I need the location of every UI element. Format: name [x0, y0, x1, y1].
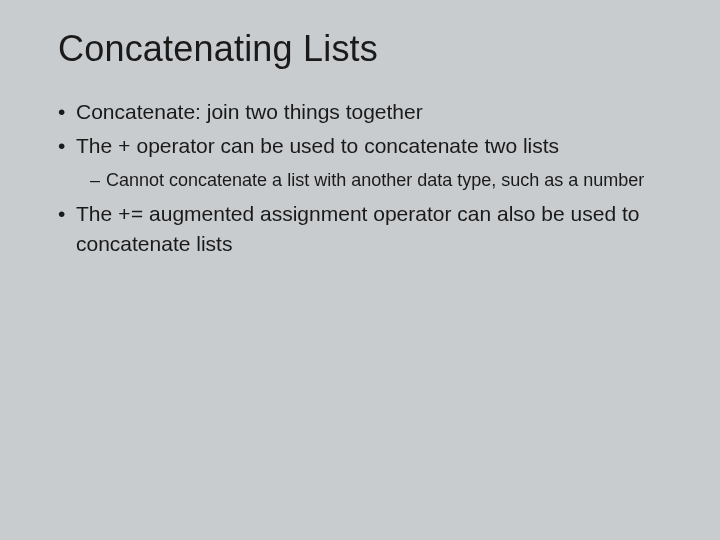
bullet-list: Concatenate: join two things together Th… — [58, 98, 670, 259]
slide-title: Concatenating Lists — [58, 28, 670, 70]
code-plus-operator: + — [118, 136, 131, 159]
bullet-text-prefix: The — [76, 134, 118, 157]
bullet-text: Concatenate: join two things together — [76, 100, 423, 123]
sub-bullet-list: Cannot concatenate a list with another d… — [76, 169, 670, 192]
bullet-text-suffix: augmented assignment operator can also b… — [76, 202, 639, 255]
slide: Concatenating Lists Concatenate: join tw… — [0, 0, 720, 540]
bullet-item: The + operator can be used to concatenat… — [58, 132, 670, 192]
bullet-item: The += augmented assignment operator can… — [58, 200, 670, 259]
sub-bullet-item: Cannot concatenate a list with another d… — [90, 169, 670, 192]
bullet-item: Concatenate: join two things together — [58, 98, 670, 126]
sub-bullet-text: Cannot concatenate a list with another d… — [106, 170, 644, 190]
bullet-text-prefix: The — [76, 202, 118, 225]
bullet-text-suffix: operator can be used to concatenate two … — [131, 134, 559, 157]
code-plus-equals-operator: += — [118, 204, 143, 227]
